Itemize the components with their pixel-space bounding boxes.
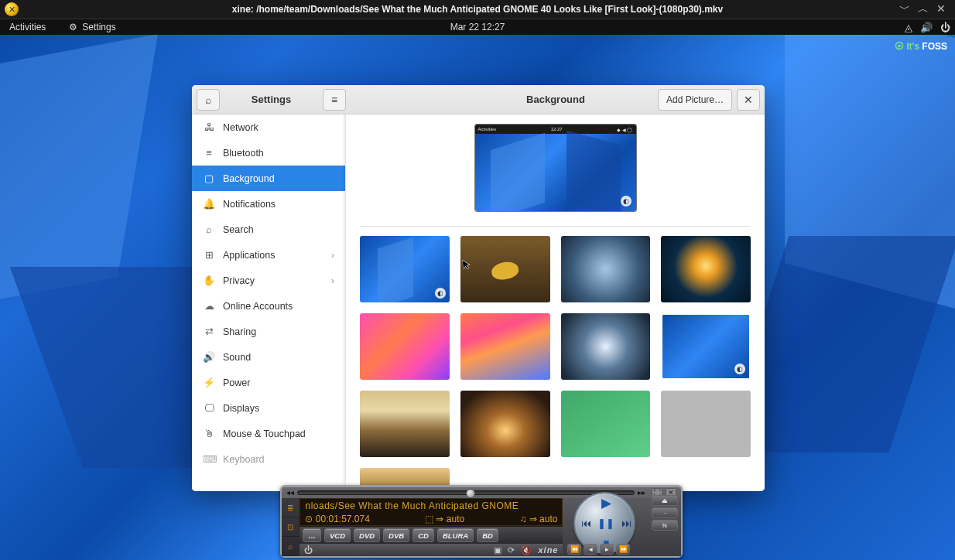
sidebar-item-label: Keyboard [223, 454, 265, 465]
screenshot-button[interactable]: ▣ [494, 545, 501, 555]
seek-back-button[interactable]: ◂◂ [286, 488, 294, 497]
wallpaper-thumb[interactable] [561, 313, 651, 380]
media-dvd-button[interactable]: DVD [354, 528, 380, 542]
wallpaper-thumb[interactable] [661, 236, 751, 302]
power-button[interactable]: ⏻ [304, 545, 313, 555]
mute-button[interactable]: 🔇 [521, 545, 532, 555]
sidebar-item-search[interactable]: ⌕ Search [192, 217, 345, 242]
sidebar-item-power[interactable]: ⚡ Power [192, 370, 345, 395]
pause-button[interactable]: ❚❚ [597, 514, 614, 531]
network-icon[interactable]: ◬ [905, 22, 912, 33]
wallpaper-thumb[interactable] [360, 391, 450, 457]
info-badge-icon: ◐ [621, 196, 632, 207]
transport-wheel-area: ▶ ■ ⏮ ⏭ ❚❚ ⏏ · N ⏪ ◂ ▸ ⏩ [563, 498, 681, 556]
play-button[interactable]: ▶ [597, 494, 614, 511]
search-button[interactable]: ⌕ [197, 89, 220, 111]
sidebar-item-bluetooth[interactable]: ≡ Bluetooth [192, 140, 345, 166]
close-icon: ✕ [744, 94, 753, 106]
info-badge-icon: ◐ [734, 364, 745, 374]
window-titlebar: ✕ xine: /home/team/Downloads/See What th… [0, 0, 955, 19]
wallpaper-thumb[interactable]: ◐ [661, 313, 751, 380]
slow-rew-button[interactable]: ⏪ [567, 544, 581, 555]
gnome-topbar: Activities ⚙ Settings Mar 22 12:27 ◬ 🔊 ⏻ [0, 19, 955, 35]
window-close-icon[interactable]: ✕ [936, 2, 946, 16]
current-background-preview[interactable]: Activities 12:27 ◆ ◀ ◯ ◐ [474, 124, 637, 212]
lcd-aspect: ⬚ ⇒ auto [425, 514, 464, 524]
media-dvb-button[interactable]: DVB [383, 528, 409, 542]
window-maximize-icon[interactable]: ︿ [918, 2, 929, 16]
sidebar-item-notifications[interactable]: 🔔 Notifications [192, 191, 345, 217]
xine-logo: xine [538, 545, 558, 555]
eject-button[interactable]: ⏏ [652, 495, 678, 506]
media-bd-button[interactable]: BD [477, 528, 498, 542]
menu-icon: ≡ [331, 94, 337, 106]
sidebar-item-label: Privacy [223, 275, 255, 286]
sidebar-item-sharing[interactable]: ⇄ Sharing [192, 319, 345, 344]
sidebar-item-label: Mouse & Touchpad [223, 429, 306, 439]
topbar-app-menu[interactable]: ⚙ Settings [64, 22, 120, 32]
sidebar-item-keyboard[interactable]: ⌨ Keyboard [192, 446, 345, 472]
media-bluray-button[interactable]: BLURA [437, 528, 474, 542]
sidebar-item-label: Sound [223, 352, 251, 363]
sidebar-item-privacy[interactable]: ✋ Privacy › [192, 268, 345, 293]
sidebar-item-label: Applications [223, 250, 275, 261]
media-cd-button[interactable]: CD [412, 528, 434, 542]
topbar-clock[interactable]: Mar 22 12:27 [450, 22, 505, 32]
activities-button[interactable]: Activities [5, 22, 50, 32]
power-row-icon: ⚡ [203, 377, 215, 388]
sidebar-item-background[interactable]: ▢ Background [192, 166, 345, 191]
sidebar-item-online-accounts[interactable]: ☁ Online Accounts [192, 293, 345, 319]
lcd-icon[interactable]: ⊡ [282, 517, 299, 537]
wallpaper-thumb[interactable] [460, 313, 550, 380]
wallpaper-thumb[interactable] [561, 391, 651, 457]
window-minimize-icon[interactable]: ﹀ [899, 2, 910, 16]
nav-button[interactable]: N [652, 520, 678, 531]
power-icon[interactable]: ⏻ [940, 22, 950, 33]
lcd-icon[interactable]: ≣ [282, 498, 299, 517]
chevron-right-icon: › [331, 250, 334, 261]
lcd-audio: ♫ ⇒ auto [519, 514, 557, 524]
preview-topbar-center: 12:27 [551, 127, 563, 131]
chevron-right-icon: › [331, 275, 334, 286]
media-vcd-button[interactable]: VCD [324, 528, 351, 542]
volume-icon[interactable]: 🔊 [920, 22, 933, 33]
bottom-toolbar: ⏻ ▣ ⟳ 🔇 xine [300, 544, 563, 556]
wallpaper-thumb[interactable] [661, 391, 751, 457]
info-badge-icon: ◐ [435, 288, 446, 299]
settings-close-button[interactable]: ✕ [737, 89, 760, 111]
sidebar-item-applications[interactable]: ⊞ Applications › [192, 242, 345, 268]
seek-knob[interactable] [466, 489, 475, 498]
hamburger-button[interactable]: ≡ [323, 89, 346, 111]
sidebar-item-mouse-touchpad[interactable]: 🖱 Mouse & Touchpad [192, 421, 345, 446]
sidebar-item-label: Notifications [223, 199, 276, 210]
wallpaper-thumb[interactable] [460, 391, 550, 457]
media-more-button[interactable]: … [303, 528, 321, 542]
add-picture-button[interactable]: Add Picture… [658, 89, 732, 111]
background-row-icon: ▢ [203, 172, 215, 184]
step-fwd-button[interactable]: ▸ [600, 544, 614, 555]
repeat-button[interactable]: ⟳ [508, 545, 515, 555]
seek-slider[interactable] [297, 490, 635, 495]
prev-button[interactable]: ⏮ [577, 514, 594, 531]
next-button[interactable]: ⏭ [618, 514, 635, 531]
wallpaper-thumb[interactable] [360, 313, 450, 380]
settings-sidebar: 🖧 Network ≡ Bluetooth ▢ Background 🔔 Not… [192, 114, 346, 491]
settings-panel-title: Background [526, 94, 585, 105]
sound-row-icon: 🔊 [203, 351, 215, 363]
wallpaper-thumb[interactable]: ◐ [360, 236, 450, 302]
slow-fwd-button[interactable]: ⏩ [616, 544, 630, 555]
video-area: ⦿ It's FOSS ⌕ Settings ≡ Background Add … [0, 35, 955, 560]
aux-button[interactable]: · [652, 507, 678, 518]
privacy-row-icon: ✋ [203, 275, 215, 286]
preview-topbar-left: Activities [478, 127, 497, 131]
seek-fwd-button[interactable]: ▸▸ [638, 488, 645, 497]
step-back-button[interactable]: ◂ [584, 544, 597, 555]
wallpaper-thumb[interactable] [460, 236, 550, 302]
lcd-icon[interactable]: ⌕ [282, 537, 299, 556]
sidebar-item-sound[interactable]: 🔊 Sound [192, 344, 345, 370]
mouse-row-icon: 🖱 [203, 428, 215, 439]
settings-window: ⌕ Settings ≡ Background Add Picture… ✕ 🖧… [192, 85, 765, 491]
wallpaper-thumb[interactable] [561, 236, 651, 302]
sidebar-item-network[interactable]: 🖧 Network [192, 114, 345, 140]
sidebar-item-displays[interactable]: 🖵 Displays [192, 395, 345, 421]
